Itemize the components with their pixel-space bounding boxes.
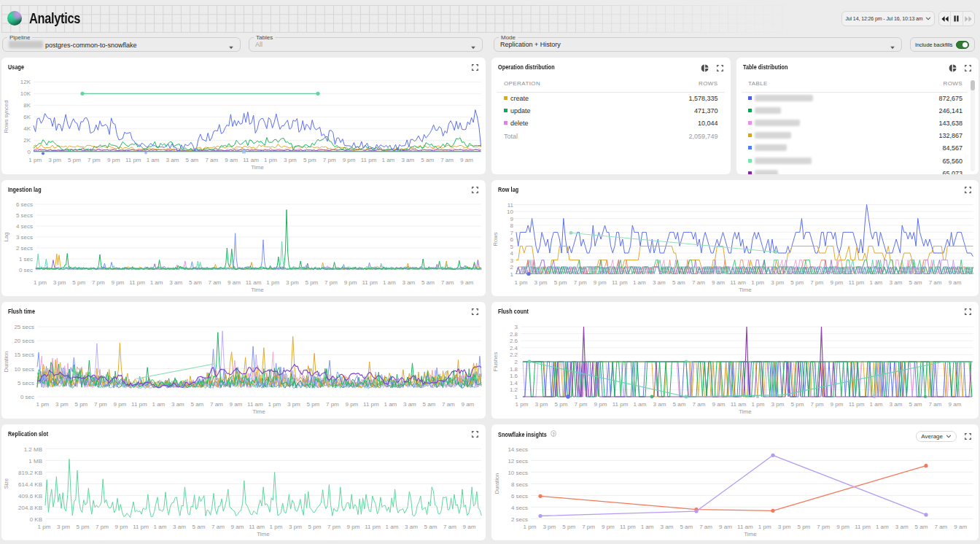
svg-text:9 am: 9 am	[462, 401, 475, 408]
svg-text:6K: 6K	[23, 114, 31, 120]
svg-text:12K: 12K	[20, 79, 31, 85]
svg-text:0: 0	[28, 149, 31, 155]
svg-text:7 am: 7 am	[692, 279, 705, 285]
svg-text:9 am: 9 am	[949, 279, 962, 285]
svg-text:3 am: 3 am	[653, 401, 666, 408]
svg-text:9 pm: 9 pm	[107, 157, 120, 163]
svg-text:2.6: 2.6	[510, 338, 518, 344]
svg-text:3 am: 3 am	[403, 401, 416, 408]
svg-text:9 pm: 9 pm	[346, 401, 359, 408]
svg-text:1 pm: 1 pm	[752, 401, 765, 408]
svg-text:7 am: 7 am	[210, 401, 223, 408]
svg-text:5 am: 5 am	[189, 279, 202, 285]
svg-text:1 am: 1 am	[382, 157, 395, 163]
svg-text:3 am: 3 am	[405, 523, 418, 529]
svg-text:6 secs: 6 secs	[511, 492, 528, 499]
svg-text:4: 4	[510, 250, 514, 257]
svg-text:11 am: 11 am	[247, 401, 263, 408]
svg-text:25 secs: 25 secs	[14, 324, 34, 330]
svg-text:11 pm: 11 pm	[365, 523, 381, 529]
svg-text:3 am: 3 am	[661, 523, 674, 529]
svg-text:5 pm: 5 pm	[562, 523, 575, 529]
svg-text:9 am: 9 am	[712, 279, 725, 285]
svg-text:11 pm: 11 pm	[849, 279, 865, 285]
svg-text:1 pm: 1 pm	[516, 401, 529, 408]
svg-text:1 pm: 1 pm	[268, 401, 281, 408]
svg-text:9 am: 9 am	[712, 401, 726, 408]
svg-text:1.4: 1.4	[510, 380, 518, 386]
svg-text:7 pm: 7 pm	[88, 157, 101, 163]
svg-text:5 am: 5 am	[909, 401, 922, 408]
svg-text:7 am: 7 am	[211, 523, 225, 529]
svg-text:9 pm: 9 pm	[114, 401, 127, 408]
svg-text:6: 6	[510, 236, 514, 243]
svg-text:1 pm: 1 pm	[36, 401, 50, 408]
svg-text:1 am: 1 am	[384, 401, 397, 408]
svg-text:7 pm: 7 pm	[811, 401, 824, 408]
svg-text:3: 3	[515, 324, 518, 330]
svg-text:5 pm: 5 pm	[306, 279, 319, 285]
svg-text:11 am: 11 am	[737, 523, 753, 529]
svg-text:2 secs: 2 secs	[16, 245, 33, 252]
svg-text:2.2: 2.2	[510, 351, 518, 358]
svg-text:3 pm: 3 pm	[287, 401, 300, 408]
svg-text:4 secs: 4 secs	[16, 223, 33, 230]
svg-text:7 pm: 7 pm	[96, 523, 109, 529]
svg-text:8: 8	[510, 222, 514, 229]
svg-text:1 am: 1 am	[147, 157, 160, 163]
svg-text:11 am: 11 am	[730, 279, 746, 285]
svg-text:5 pm: 5 pm	[75, 401, 88, 408]
svg-text:3 pm: 3 pm	[55, 401, 69, 408]
svg-text:1 am: 1 am	[634, 401, 647, 408]
svg-text:11 pm: 11 pm	[361, 157, 377, 163]
svg-text:9 pm: 9 pm	[343, 157, 356, 163]
svg-text:7 pm: 7 pm	[324, 279, 338, 285]
svg-text:9 am: 9 am	[460, 279, 473, 285]
svg-text:11 pm: 11 pm	[612, 279, 628, 285]
svg-text:Time: Time	[257, 530, 270, 537]
svg-text:7 pm: 7 pm	[810, 279, 823, 285]
svg-text:5 am: 5 am	[915, 523, 928, 529]
svg-text:1 pm: 1 pm	[264, 157, 277, 163]
svg-text:1 am: 1 am	[386, 523, 399, 529]
svg-text:1 pm: 1 pm	[28, 157, 42, 163]
svg-text:11 pm: 11 pm	[131, 401, 147, 408]
svg-text:Duration: Duration	[494, 473, 500, 493]
svg-text:1 am: 1 am	[870, 279, 883, 285]
svg-text:5 pm: 5 pm	[554, 279, 567, 285]
svg-text:0 KB: 0 KB	[30, 516, 42, 522]
svg-text:3 pm: 3 pm	[771, 279, 784, 285]
svg-text:3 pm: 3 pm	[289, 523, 302, 529]
svg-text:11 am: 11 am	[731, 401, 747, 408]
svg-text:5 pm: 5 pm	[555, 401, 568, 408]
svg-text:1 pm: 1 pm	[515, 279, 528, 285]
svg-text:7 am: 7 am	[443, 523, 456, 529]
svg-text:1 am: 1 am	[633, 279, 646, 285]
svg-text:1 am: 1 am	[876, 523, 889, 529]
svg-text:9 am: 9 am	[719, 523, 732, 529]
svg-text:5 am: 5 am	[421, 279, 435, 285]
svg-text:1.2 MB: 1.2 MB	[24, 446, 42, 452]
svg-text:Duration: Duration	[3, 351, 9, 372]
svg-text:5 am: 5 am	[186, 157, 199, 163]
svg-text:3 pm: 3 pm	[286, 279, 299, 285]
svg-text:1 am: 1 am	[870, 401, 883, 408]
svg-text:Rows synced: Rows synced	[3, 101, 9, 133]
svg-text:5 pm: 5 pm	[791, 401, 804, 408]
svg-text:9 am: 9 am	[230, 401, 243, 408]
svg-text:1.8: 1.8	[510, 366, 518, 373]
svg-text:9 pm: 9 pm	[115, 523, 128, 529]
svg-text:7 pm: 7 pm	[94, 401, 107, 408]
svg-text:1 pm: 1 pm	[270, 523, 283, 529]
svg-text:3 am: 3 am	[402, 279, 416, 285]
svg-text:3 pm: 3 pm	[771, 401, 785, 408]
svg-text:7 am: 7 am	[693, 401, 706, 408]
svg-text:9 am: 9 am	[228, 279, 241, 285]
svg-text:Rows: Rows	[492, 232, 499, 246]
svg-text:10: 10	[507, 209, 513, 215]
svg-text:9 pm: 9 pm	[836, 523, 849, 529]
svg-text:5 am: 5 am	[423, 401, 436, 408]
svg-text:3 pm: 3 pm	[534, 279, 548, 285]
svg-text:9 pm: 9 pm	[594, 279, 607, 285]
svg-text:11 am: 11 am	[246, 279, 262, 285]
